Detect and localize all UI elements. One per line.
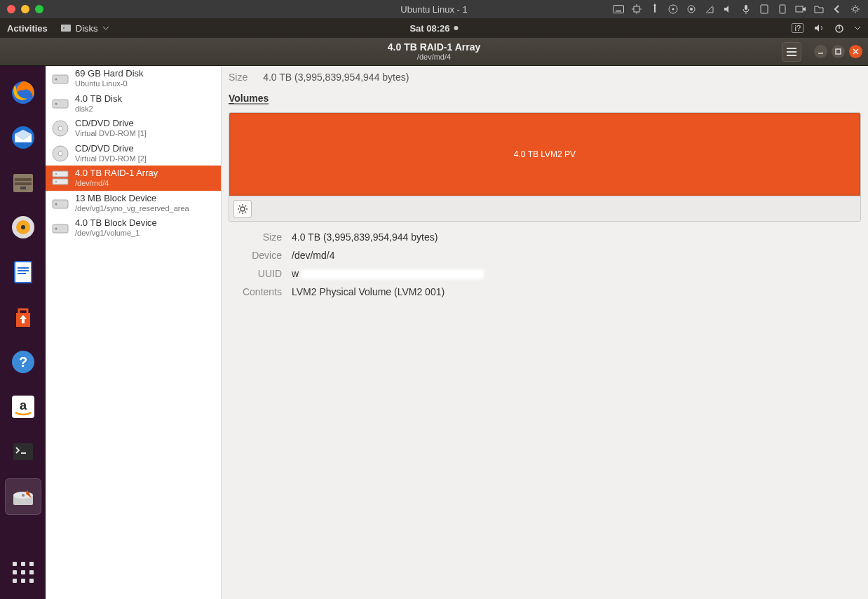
volumes-section-title: Volumes (229, 93, 861, 104)
vm-zoom-button[interactable] (35, 5, 43, 13)
minimize-button[interactable] (814, 45, 827, 58)
keyboard-icon[interactable] (613, 4, 624, 15)
dock-rhythmbox[interactable] (5, 209, 41, 245)
usb-icon[interactable] (649, 4, 660, 15)
svg-text:?: ? (18, 354, 27, 370)
partition-label: 4.0 TB LVM2 PV (514, 149, 576, 159)
svg-rect-25 (15, 262, 32, 283)
dock-writer[interactable] (5, 254, 41, 290)
device-title: 4.0 TB Block Device (75, 218, 157, 229)
svg-point-46 (55, 173, 57, 175)
svg-rect-45 (53, 179, 68, 184)
device-item[interactable]: CD/DVD DriveVirtual DVD-ROM [1] (46, 116, 221, 141)
disc-icon[interactable] (667, 4, 679, 15)
prop-device-label: Device (229, 250, 292, 261)
input-source-icon[interactable]: i? (792, 23, 803, 33)
folder-share-icon[interactable] (813, 4, 825, 15)
device-title: CD/DVD Drive (75, 144, 147, 154)
hdd-icon (51, 219, 69, 237)
svg-point-43 (58, 152, 62, 156)
dock-amazon[interactable]: a (5, 389, 41, 425)
svg-rect-9 (780, 5, 785, 13)
svg-text:a: a (19, 398, 27, 412)
record-icon[interactable] (686, 4, 697, 15)
device-item[interactable]: CD/DVD DriveVirtual DVD-ROM [2] (46, 141, 221, 166)
activities-button[interactable]: Activities (7, 23, 48, 34)
dock-software[interactable] (5, 299, 41, 335)
dock-disks[interactable] (5, 478, 41, 515)
hdd-icon (51, 94, 69, 112)
device-item[interactable]: 4.0 TB Block Device/dev/vg1/volume_1 (46, 215, 221, 241)
svg-rect-19 (15, 178, 32, 181)
power-icon[interactable] (834, 23, 844, 33)
svg-rect-38 (53, 100, 68, 108)
network-icon[interactable] (704, 4, 715, 15)
dock-firefox[interactable] (5, 74, 41, 111)
camera-icon[interactable] (795, 4, 806, 15)
close-button[interactable] (849, 45, 862, 58)
svg-rect-12 (61, 25, 71, 32)
device-title: 13 MB Block Device (75, 194, 189, 204)
prop-uuid-value: w (292, 268, 861, 279)
mic-icon[interactable] (740, 4, 752, 15)
show-applications-button[interactable] (5, 554, 41, 591)
device-item[interactable]: 13 MB Block Device/dev/vg1/syno_vg_reser… (46, 191, 221, 216)
optical-icon (51, 119, 69, 137)
sound-icon[interactable] (722, 4, 733, 15)
device-subtitle: /dev/vg1/syno_vg_reserved_area (75, 204, 189, 213)
chevron-down-icon[interactable] (854, 26, 861, 30)
chevron-left-icon[interactable] (832, 4, 843, 15)
dock-thunderbird[interactable] (5, 119, 41, 156)
svg-point-11 (853, 7, 857, 11)
svg-point-52 (240, 207, 245, 211)
device-item[interactable]: 4.0 TB Diskdisk2 (46, 91, 221, 116)
redacted-region (301, 269, 484, 279)
phone-icon[interactable] (777, 4, 788, 15)
dock-files[interactable] (5, 164, 41, 201)
prop-contents-value: LVM2 Physical Volume (LVM2 001) (292, 286, 861, 297)
prop-size-value: 4.0 TB (3,995,839,954,944 bytes) (292, 231, 861, 243)
svg-rect-48 (53, 200, 68, 208)
svg-rect-20 (15, 182, 32, 185)
device-subtitle: /dev/md/4 (75, 179, 158, 188)
menu-button[interactable] (782, 42, 801, 62)
app-menu[interactable]: Disks (60, 22, 109, 34)
svg-rect-0 (613, 6, 624, 13)
gnome-top-bar: Activities Disks Sat 08:26 i? (0, 18, 868, 38)
maximize-button[interactable] (832, 45, 845, 58)
svg-point-47 (55, 181, 57, 182)
device-subtitle: Virtual DVD-ROM [2] (75, 154, 147, 163)
partition-lvm2-pv[interactable]: 4.0 TB LVM2 PV (229, 113, 860, 196)
svg-point-39 (55, 103, 57, 105)
disk-size-label: Size (229, 72, 247, 83)
svg-point-41 (58, 126, 62, 130)
clock[interactable]: Sat 08:26 (409, 23, 458, 34)
vm-minimize-button[interactable] (21, 5, 29, 13)
dock-terminal[interactable] (5, 433, 41, 470)
svg-point-35 (22, 494, 25, 497)
hamburger-icon (787, 48, 796, 56)
volume-properties: Size 4.0 TB (3,995,839,954,944 bytes) De… (229, 231, 861, 297)
svg-rect-32 (13, 443, 33, 460)
app-menu-label: Disks (76, 23, 98, 34)
hdd-icon (51, 194, 69, 213)
volume-icon[interactable] (813, 23, 825, 33)
gear-icon[interactable] (850, 4, 861, 15)
device-item[interactable]: 69 GB Hard DiskUbuntu Linux-0 (46, 66, 221, 91)
window-subtitle: /dev/md/4 (388, 53, 481, 62)
window-title: 4.0 TB RAID-1 Array (388, 41, 481, 53)
vm-title: Ubuntu Linux - 1 (400, 4, 467, 15)
device-item[interactable]: 4.0 TB RAID-1 Array/dev/md/4 (46, 166, 221, 191)
disk-size-value: 4.0 TB (3,995,839,954,944 bytes) (263, 72, 409, 83)
tablet-icon[interactable] (759, 4, 770, 15)
volume-options-button[interactable] (233, 200, 252, 218)
cpu-icon[interactable] (631, 4, 642, 15)
svg-rect-50 (53, 224, 68, 233)
vm-close-button[interactable] (7, 5, 15, 13)
raid-icon (51, 169, 69, 187)
notification-dot-icon (454, 26, 459, 30)
hdd-icon (51, 69, 69, 88)
dock-help[interactable]: ? (5, 344, 41, 380)
device-title: CD/DVD Drive (75, 119, 147, 129)
svg-rect-2 (634, 6, 639, 12)
